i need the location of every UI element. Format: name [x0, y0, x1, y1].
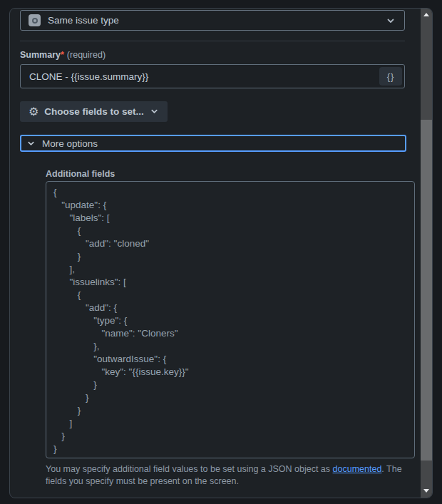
issue-type-select-value: Same issue type — [48, 15, 378, 26]
chevron-down-icon — [150, 107, 159, 116]
summary-field-label: Summary*(required) — [20, 50, 422, 61]
gear-icon: ⚙ — [29, 106, 38, 118]
summary-input-wrapper: {} — [20, 64, 405, 88]
additional-fields-help: You may specify additional field values … — [46, 463, 422, 488]
scrollbar-thumb[interactable] — [421, 120, 432, 461]
arrow-up-icon — [423, 13, 429, 16]
additional-fields-json: { "update": { "labels": [ { "add": "clon… — [53, 186, 407, 456]
arrow-down-icon — [423, 489, 429, 493]
smart-values-button[interactable]: {} — [379, 67, 402, 86]
required-asterisk: * — [61, 50, 64, 60]
issue-type-icon — [29, 14, 41, 26]
issue-type-select[interactable]: Same issue type — [20, 10, 405, 31]
summary-input[interactable] — [21, 65, 379, 88]
additional-fields-textarea[interactable]: { "update": { "labels": [ { "add": "clon… — [46, 181, 415, 458]
additional-fields-section: Additional fields { "update": { "labels"… — [46, 169, 415, 488]
scrollbar-down-button[interactable] — [421, 485, 432, 497]
choose-fields-button[interactable]: ⚙ Choose fields to set... — [20, 101, 168, 122]
vertical-scrollbar[interactable] — [421, 9, 432, 498]
more-options-toggle[interactable]: More options — [20, 135, 406, 152]
scrollbar-up-button[interactable] — [421, 9, 432, 21]
form-content: Same issue type Summary*(required) {} ⚙ … — [10, 9, 422, 498]
additional-fields-label: Additional fields — [46, 169, 415, 180]
section-divider — [20, 41, 405, 41]
choose-fields-label: Choose fields to set... — [44, 106, 144, 117]
automation-config-panel: Same issue type Summary*(required) {} ⚙ … — [9, 8, 433, 498]
required-hint: (required) — [67, 50, 106, 60]
more-options-label: More options — [42, 138, 98, 149]
summary-label-text: Summary — [20, 50, 61, 60]
chevron-down-icon — [26, 139, 36, 148]
documented-link[interactable]: documented — [333, 464, 382, 474]
chevron-down-icon — [385, 15, 396, 26]
help-text-before: You may specify additional field values … — [46, 464, 333, 474]
